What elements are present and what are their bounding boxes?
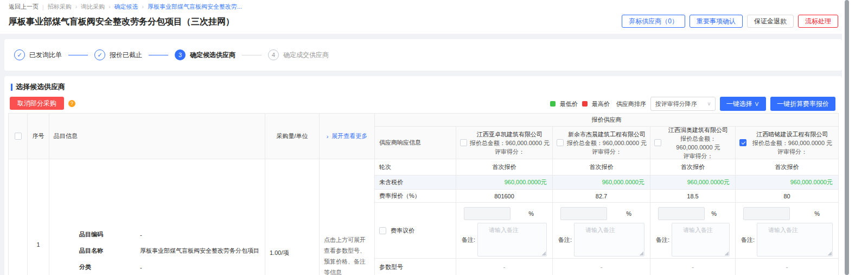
- one-click-select-button[interactable]: 一键选择 ∨: [720, 97, 766, 111]
- toolbar-right: 最低价 最高价 供应商排序 按评审得分降序 ∨ 一键选择 ∨ 一键折算费率报价: [550, 97, 835, 111]
- breadcrumb: 返回上一页 | 招标采购 › 询比采购 › 确定候选 › 厚板事业部煤气盲板阀安…: [9, 3, 242, 11]
- row-checkbox-cell: [9, 159, 28, 275]
- supplier-checkbox[interactable]: [654, 139, 661, 146]
- important-confirm-button[interactable]: 重要事项确认: [690, 15, 743, 28]
- note-textarea[interactable]: 请输入备注: [574, 223, 644, 257]
- rate-negotiation-cell: % 备注: 请输入备注: [456, 203, 553, 259]
- rate-input[interactable]: [743, 207, 790, 220]
- lowest-price-legend-label: 最低价: [560, 100, 578, 108]
- row-seq-cell: 1: [28, 159, 49, 275]
- breadcrumb-item-bidding[interactable]: 招标采购: [48, 3, 72, 11]
- header-seq: 序号: [28, 114, 49, 159]
- rate-negotiation-cell: % 备注: 请输入备注: [650, 203, 736, 259]
- supplier-checkbox[interactable]: [460, 139, 467, 146]
- chevron-down-icon: ∨: [707, 97, 711, 110]
- step-confirm-winner: 4 确定成交供应商: [268, 49, 329, 60]
- param-model-value: -: [650, 259, 736, 275]
- param-model-value: -: [736, 259, 839, 275]
- param-model-label: 参数型号: [375, 259, 456, 275]
- note-label: 备注:: [656, 236, 669, 244]
- rate-negotiation-cell: % 备注: 请输入备注: [553, 203, 650, 259]
- cancel-partial-purchase-button[interactable]: 取消部分采购: [10, 97, 64, 110]
- note-label: 备注:: [558, 236, 572, 244]
- note-textarea[interactable]: 请输入备注: [757, 223, 833, 257]
- quote-suppliers-group-header: 报价供应商: [375, 114, 839, 127]
- rate-negotiation-cell: % 备注: 请输入备注: [736, 203, 839, 259]
- row-seq: 1: [36, 241, 40, 248]
- resize-handle-icon[interactable]: [639, 251, 643, 255]
- percent-sign: %: [528, 210, 534, 217]
- abandon-supplier-button[interactable]: 弃标供应商（0）: [622, 15, 685, 28]
- step-connector: [68, 55, 88, 55]
- top-bar: 返回上一页 | 招标采购 › 询比采购 › 确定候选 › 厚板事业部煤气盲板阀安…: [0, 0, 868, 34]
- help-icon[interactable]: ?: [68, 100, 75, 107]
- round-value: 首次报价: [736, 159, 839, 176]
- sort-select[interactable]: 按评审得分降序 ∨: [650, 97, 716, 111]
- lowest-price-legend-icon: [550, 101, 556, 107]
- price-excl-tax-value: 960,000.0000元: [553, 176, 650, 190]
- rate-input[interactable]: [464, 207, 510, 220]
- highest-price-legend-label: 最高价: [592, 100, 610, 108]
- failed-bid-button[interactable]: 流标处理: [798, 15, 838, 28]
- header-actions: 弃标供应商（0） 重要事项确认 保证金退款 流标处理: [622, 15, 838, 28]
- rate-quote-value: 801600: [456, 190, 553, 203]
- item-field: 品目编码 -: [79, 230, 259, 239]
- back-link[interactable]: 返回上一页: [9, 3, 39, 11]
- rate-input[interactable]: [658, 207, 705, 220]
- supplier-checkbox[interactable]: [557, 139, 564, 146]
- step-indicator: ✓ 已发询比单 ✓ 报价已截止 3 确定候选供应商 4 确定成交供应商: [4, 39, 842, 71]
- select-all-checkbox[interactable]: [15, 133, 22, 140]
- rate-negotiation-checkbox[interactable]: [379, 227, 386, 234]
- main-card: 选择候选供应商 取消部分采购 ? 最低价 最高价 供应商排序 按评审得分降序 ∨…: [4, 76, 842, 275]
- expand-more-link[interactable]: › 展开查看更多: [327, 132, 368, 140]
- breadcrumb-divider: |: [42, 4, 44, 10]
- vertical-scrollbar[interactable]: [845, 0, 849, 275]
- breadcrumb-item-candidate[interactable]: 确定候选: [114, 3, 138, 11]
- price-excl-tax-value: 960,000.0000元: [736, 176, 839, 190]
- chevron-right-icon: ›: [75, 4, 77, 10]
- resize-handle-icon[interactable]: [827, 251, 832, 255]
- rate-quote-label: 费率报价（%）: [375, 190, 456, 203]
- rate-quote-value: 80: [736, 190, 839, 203]
- expand-hint-cell: 点击上方可展开查看参数型号、预算价格、备注等信息: [320, 159, 375, 275]
- price-excl-tax-value: 960,000.0000元: [650, 176, 736, 190]
- supplier-score: 评审得分：: [749, 147, 836, 156]
- item-field: 分类 -: [79, 262, 259, 272]
- round-value: 首次报价: [650, 159, 736, 176]
- header-qty-unit: 采购量/单位: [265, 114, 320, 159]
- rate-quote-value: 82.7: [553, 190, 650, 203]
- step-connector: [242, 55, 261, 55]
- note-textarea[interactable]: 请输入备注: [672, 223, 730, 257]
- supplier-amount: 报价总金额：960,000.0000 元: [663, 134, 733, 152]
- check-icon: ✓: [94, 49, 105, 60]
- deposit-refund-button[interactable]: 保证金退款: [747, 15, 794, 28]
- chevron-right-icon: ›: [108, 4, 110, 10]
- item-info-cell: 品目编码 - 品目名称 厚板事业部煤气盲板阀安全整改劳务分包项目 分类 -: [49, 159, 265, 275]
- supplier-name: 江西润奥建筑有限公司: [663, 126, 733, 134]
- supplier-amount: 报价总金额：960,000.0000 元: [469, 139, 550, 147]
- rate-negotiation-label-cell: 费率议价: [375, 203, 456, 259]
- resize-handle-icon[interactable]: [724, 251, 729, 255]
- supplier-amount: 报价总金额：960,000.0000 元: [749, 139, 836, 147]
- chevron-right-icon: ›: [142, 4, 144, 10]
- breadcrumb-item-project[interactable]: 厚板事业部煤气盲板阀安全整改劳...: [148, 3, 242, 11]
- resize-handle-icon[interactable]: [541, 251, 546, 255]
- step-select-candidate: 3 确定候选供应商: [175, 49, 235, 60]
- steps-card: ✓ 已发询比单 ✓ 报价已截止 3 确定候选供应商 4 确定成交供应商: [4, 39, 842, 71]
- rate-input[interactable]: [560, 207, 607, 220]
- percent-sign: %: [626, 210, 631, 217]
- supplier-sort-label: 供应商排序: [616, 100, 646, 108]
- round-value: 首次报价: [553, 159, 650, 176]
- one-click-rate-convert-button[interactable]: 一键折算费率报价: [770, 97, 835, 111]
- note-textarea[interactable]: 请输入备注: [477, 223, 547, 257]
- note-label: 备注:: [741, 236, 755, 244]
- qty-unit-cell: 1.00/项: [265, 159, 320, 275]
- section-title-bar: [11, 84, 12, 91]
- header-item-info: 品目信息: [49, 114, 265, 159]
- supplier-score: 评审得分：: [566, 147, 648, 156]
- check-icon: ✓: [14, 49, 25, 60]
- supplier-checkbox[interactable]: [739, 139, 746, 146]
- breadcrumb-item-inquiry[interactable]: 询比采购: [81, 3, 105, 11]
- supplier-name: 新余市杰晨建筑工程有限公司: [566, 130, 648, 139]
- price-excl-tax-label: 未含税价: [375, 176, 456, 190]
